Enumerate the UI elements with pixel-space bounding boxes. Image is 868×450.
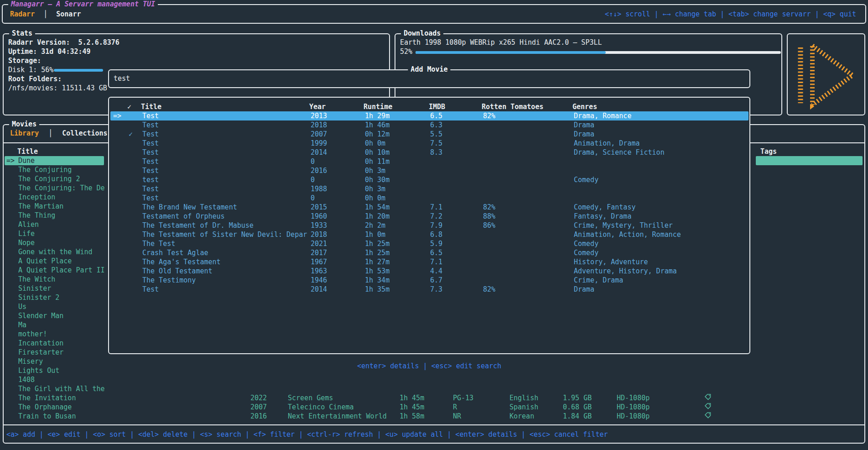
downloads-panel-title: Downloads [401,29,443,38]
result-row[interactable]: The Aga's Testament19671h 27m7.1History,… [110,257,748,267]
result-row[interactable]: The Brand New Testament20151h 54m7.182%C… [110,203,748,212]
cell-title: The Testament of Dr. Mabuse [142,221,254,230]
result-row[interactable]: The Testament of Dr. Mabuse19332h 2m7.98… [110,221,748,230]
cell-year: 2014 [311,285,327,294]
result-row[interactable]: Crash Test Aglae20171h 25m6.5Comedy [110,248,748,257]
cell-title: Test [142,194,159,203]
cell-year: 2013 [311,111,327,120]
library-row[interactable]: Misery [5,357,104,366]
movie-table-row[interactable]: 2022Screen Gems1h 45mPG-13English1.95 GB… [4,393,864,403]
library-row[interactable]: The Girl with All the [5,384,104,393]
cell-year: 2014 [311,148,327,157]
cell-year: 1963 [311,267,327,276]
movie-title: Incantation [18,339,63,348]
cell-genres: Crime, Drama [574,276,623,285]
cell-year: 1999 [311,139,327,148]
movie-title: Inception [18,193,55,202]
cell-certification: NR [453,412,461,421]
library-row[interactable]: A Quiet Place Part II [5,266,104,275]
library-row[interactable]: Us [5,302,104,311]
library-row[interactable]: The Conjuring [5,165,104,174]
cell-year: 1933 [311,221,327,230]
library-row[interactable]: The Witch [5,275,104,284]
cell-year: 1960 [311,212,327,221]
cell-certification: PG-13 [453,393,473,403]
stat-disk-label: Disk 1: 56% [8,65,53,74]
result-row[interactable]: ✓Test20070h 12m5.5Drama [110,130,748,139]
header-imdb: IMDB [429,102,445,111]
tab-sonarr[interactable]: Sonarr [56,10,81,18]
tag-icon [705,412,711,419]
cell-runtime: 1h 54m [365,203,390,212]
result-row[interactable]: Test20160h 3m [110,166,748,175]
result-row[interactable]: Test20181h 46m6.3Drama [110,120,748,130]
tab-collections[interactable]: Collections [62,129,107,137]
library-row[interactable]: Sinister 2 [5,293,104,302]
library-row[interactable]: Incantation [5,339,104,348]
tag-icon [705,403,711,409]
cell-runtime: 1h 45m [400,403,424,412]
result-row[interactable]: Testament of Orpheus19601h 20m7.288%Fant… [110,212,748,221]
app-title: Managarr – A Servarr management TUI [8,0,158,9]
movie-title: The Girl with All the [18,384,105,393]
cell-title: Test [142,120,159,130]
selected-row-tags-cell [756,156,863,165]
result-row[interactable]: Test20140h 10m8.3Drama, Science Fiction [110,148,748,157]
stat-uptime: Uptime: 31d 04:32:49 [8,47,91,56]
add-movie-search-box[interactable]: Add Movie test [108,69,750,88]
library-row[interactable]: Sinister [5,284,104,293]
cell-year: 2015 [311,203,327,212]
result-row[interactable]: The Testament of Sister New Devil: Depar… [110,230,748,239]
result-row[interactable]: Test00h 11m [110,157,748,166]
checked-icon: ✓ [129,130,133,139]
library-row[interactable]: Lights Out [5,366,104,375]
movie-table-row[interactable]: 2016Next Entertainment World1h 58mNRKore… [4,412,864,421]
cell-imdb: 7.1 [430,257,442,267]
cell-genres: Comedy [574,248,598,257]
result-row[interactable]: Test20141h 35m7.382%Drama [110,285,748,294]
search-results-table: ✓ Title Year Runtime IMDB Rotten Tomatoe… [108,97,750,354]
cell-title: Test [142,148,159,157]
cell-year: 2021 [311,239,327,248]
cell-runtime: 1h 58m [400,412,424,421]
library-row[interactable]: The Conjuring 2 [5,174,104,183]
library-row[interactable]: Firestarter [5,348,104,357]
movie-table-row[interactable]: 2007Telecinco Cinema1h 45mRSpanish0.68 G… [4,403,864,412]
movie-title: Alien [18,220,39,229]
column-header-title: Title [17,147,38,156]
result-row[interactable]: Test19990h 0m7.5Animation, Drama [110,139,748,148]
library-row[interactable]: Gone with the Wind [5,247,104,256]
tab-library[interactable]: Library [10,129,39,137]
result-row[interactable]: Test19880h 3m [110,184,748,194]
movies-keybindings: <a> add | <e> edit | <o> sort | <del> de… [6,430,608,439]
tag-icon [705,394,711,400]
cell-year: 1946 [311,276,327,285]
library-row[interactable]: The Conjuring: The De [5,183,104,193]
movie-title: A Quiet Place Part II [18,266,105,275]
library-row[interactable]: The Martian [5,202,104,211]
library-row[interactable]: Ma [5,320,104,330]
result-row[interactable]: Test00h 0m [110,194,748,203]
library-row[interactable]: Alien [5,220,104,229]
library-row[interactable]: A Quiet Place [5,256,104,266]
library-row[interactable]: The Thing [5,211,104,220]
cell-rotten-tomatoes: 88% [483,212,495,221]
cell-runtime: 1h 46m [365,120,390,130]
result-row[interactable]: The Testimony19461h 34m6.7Crime, Drama [110,276,748,285]
result-row[interactable]: The Old Testament19631h 53m4.4Adventure,… [110,267,748,276]
tab-radarr[interactable]: Radarr [10,10,35,18]
library-row[interactable]: Nope [5,238,104,247]
cell-studio: Screen Gems [288,393,333,403]
result-row[interactable]: =>Test20131h 29m6.582%Drama, Romance [110,111,748,120]
library-row[interactable]: Life [5,229,104,238]
search-input[interactable]: test [114,74,130,83]
library-row[interactable]: Inception [5,193,104,202]
cell-year: 2018 [311,230,327,239]
library-row[interactable]: =>Dune [5,156,104,165]
library-row[interactable]: Slender Man [5,311,104,320]
library-row[interactable]: mother! [5,330,104,339]
result-row[interactable]: The Test20211h 25m5.9Comedy [110,239,748,248]
library-row[interactable]: 1408 [5,375,104,384]
cell-genres: Drama, Romance [574,111,631,120]
result-row[interactable]: test00h 30mComedy [110,175,748,184]
